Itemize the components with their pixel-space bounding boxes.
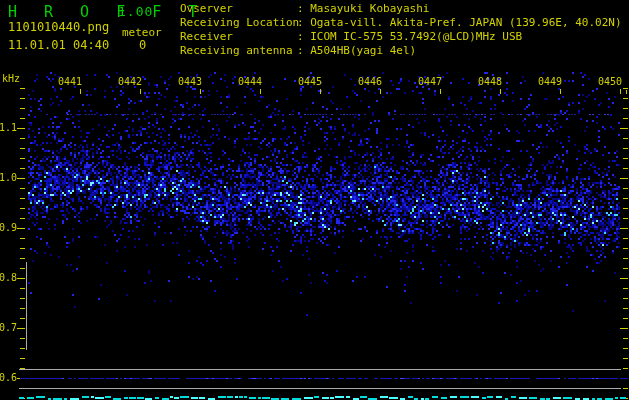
info-row-2: Receiver: ICOM IC-575 53.7492(@LCD)MHz U… bbox=[180, 30, 622, 44]
info-row-3: Receiving antenna: A504HB(yagi 4el) bbox=[180, 44, 622, 58]
x-tick-label-0446: 0446 bbox=[357, 76, 383, 87]
x-tick-label-0442: 0442 bbox=[117, 76, 143, 87]
app-version: 1.00 bbox=[118, 4, 153, 19]
info-value: Ogata-vill. Akita-Pref. JAPAN (139.96E, … bbox=[310, 16, 621, 29]
info-label: Receiving Location bbox=[180, 16, 297, 30]
y-axis-unit-label: kHz bbox=[2, 73, 20, 84]
x-tick-label-0448: 0448 bbox=[477, 76, 503, 87]
filename: 1101010440.png bbox=[8, 20, 109, 34]
x-tick-label-0441: 0441 bbox=[57, 76, 83, 87]
hrofft-screen: H R O F F T 1.00 1101010440.png meteor 1… bbox=[0, 0, 629, 400]
x-tick-label-0449: 0449 bbox=[537, 76, 563, 87]
info-colon: : bbox=[297, 16, 310, 29]
meteor-count-value: 0 bbox=[139, 38, 146, 52]
info-label: Receiver bbox=[180, 30, 297, 44]
y-tick-label-0.6: 0.6 bbox=[0, 372, 17, 383]
observer-info-block: Ovserver: Masayuki KobayashiReceiving Lo… bbox=[180, 2, 622, 58]
info-value: A504HB(yagi 4el) bbox=[310, 44, 416, 57]
info-label: Ovserver bbox=[180, 2, 297, 16]
info-value: ICOM IC-575 53.7492(@LCD)MHz USB bbox=[310, 30, 522, 43]
y-tick-label-1.1: 1.1 bbox=[0, 122, 17, 133]
observation-datetime: 11.01.01 04:40 bbox=[8, 38, 109, 52]
info-row-1: Receiving Location: Ogata-vill. Akita-Pr… bbox=[180, 16, 622, 30]
info-colon: : bbox=[297, 30, 310, 43]
info-colon: : bbox=[297, 44, 310, 57]
y-tick-label-0.8: 0.8 bbox=[0, 272, 17, 283]
x-tick-label-0444: 0444 bbox=[237, 76, 263, 87]
x-tick-label-0445: 0445 bbox=[297, 76, 323, 87]
y-tick-label-1.0: 1.0 bbox=[0, 172, 17, 183]
spectrogram-canvas bbox=[0, 0, 629, 400]
x-tick-label-0447: 0447 bbox=[417, 76, 443, 87]
x-tick-label-0443: 0443 bbox=[177, 76, 203, 87]
y-tick-label-0.9: 0.9 bbox=[0, 222, 17, 233]
app-title: H R O F F T bbox=[8, 3, 206, 21]
x-tick-label-0450: 0450 bbox=[597, 76, 623, 87]
info-label: Receiving antenna bbox=[180, 44, 297, 58]
info-value: Masayuki Kobayashi bbox=[310, 2, 429, 15]
info-row-0: Ovserver: Masayuki Kobayashi bbox=[180, 2, 622, 16]
y-tick-label-0.7: 0.7 bbox=[0, 322, 17, 333]
info-colon: : bbox=[297, 2, 310, 15]
